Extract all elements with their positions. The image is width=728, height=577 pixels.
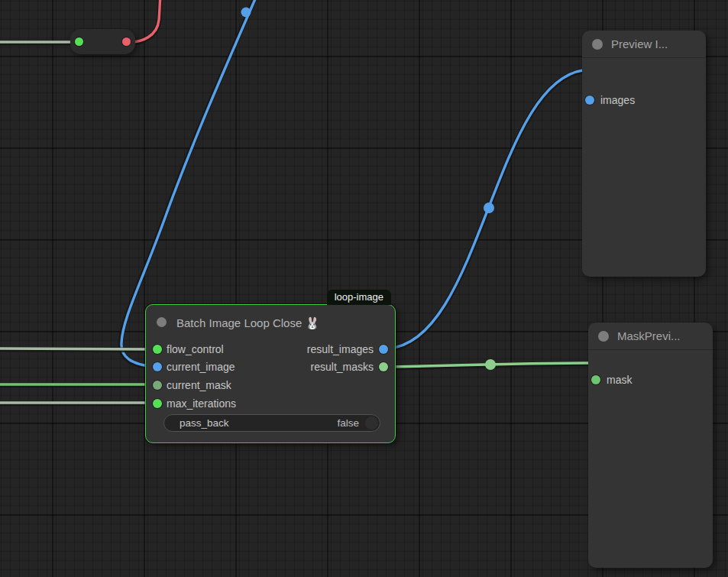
node-title: Preview I... — [611, 31, 668, 58]
node-header[interactable]: Batch Image Loop Close 🐰 — [146, 305, 395, 332]
toggle-knob[interactable] — [365, 417, 378, 430]
node-header[interactable]: MaskPrevi... — [588, 323, 713, 350]
widget-value: false — [337, 415, 359, 431]
output-row: result_masks — [146, 358, 395, 375]
widget-label: pass_back — [180, 415, 229, 431]
result-images-output-port[interactable] — [379, 345, 388, 354]
output-label: result_masks — [311, 358, 374, 375]
group-badge: loop-image — [327, 290, 391, 305]
output-label: result_images — [307, 341, 374, 358]
pass-back-widget[interactable]: pass_back false — [163, 414, 380, 432]
wire-into-flow-control — [0, 348, 155, 349]
reroute-input-port[interactable] — [75, 37, 83, 46]
max-iterations-input-port[interactable] — [153, 399, 162, 408]
node-title: MaskPrevi... — [617, 323, 681, 350]
link-midpoint-dot[interactable] — [241, 8, 251, 18]
collapse-dot-icon[interactable] — [598, 331, 609, 342]
input-row: images — [582, 92, 706, 109]
node-title: Batch Image Loop Close 🐰 — [176, 310, 319, 337]
input-label: images — [600, 92, 635, 109]
collapsed-reroute-node[interactable] — [70, 29, 135, 54]
input-label: current_mask — [167, 377, 231, 394]
collapse-dot-icon[interactable] — [157, 317, 167, 327]
link-midpoint-dot[interactable] — [485, 359, 496, 370]
input-label: max_iterations — [167, 395, 236, 412]
images-input-port[interactable] — [585, 96, 594, 105]
current-mask-input-port[interactable] — [153, 381, 162, 390]
input-row: mask — [588, 371, 713, 388]
mask-input-port[interactable] — [591, 375, 600, 384]
input-row: current_mask — [146, 377, 395, 394]
input-label: mask — [607, 371, 632, 388]
mask-preview-node[interactable]: MaskPrevi... mask — [588, 323, 713, 568]
batch-image-loop-close-node[interactable]: loop-image Batch Image Loop Close 🐰 flow… — [145, 304, 396, 443]
node-graph-canvas[interactable]: { "colors": { "wire_blue": "#55a0e8", "w… — [0, 0, 728, 577]
collapse-dot-icon[interactable] — [592, 39, 603, 50]
input-row: max_iterations — [146, 395, 395, 412]
preview-image-node[interactable]: Preview I... images — [582, 31, 706, 277]
link-midpoint-dot[interactable] — [484, 203, 494, 213]
result-masks-output-port[interactable] — [379, 362, 388, 371]
output-row: result_images — [146, 341, 395, 358]
node-header[interactable]: Preview I... — [582, 31, 706, 58]
reroute-output-port[interactable] — [122, 37, 131, 46]
